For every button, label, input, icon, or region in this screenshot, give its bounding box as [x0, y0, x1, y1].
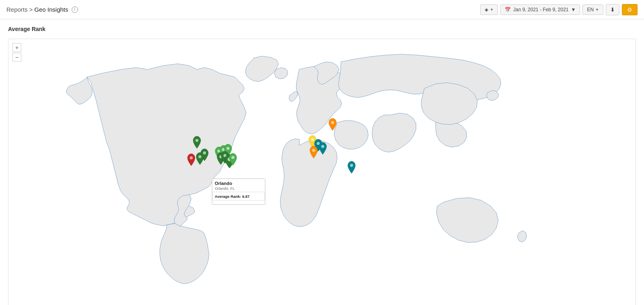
svg-text:Orlando, FL: Orlando, FL	[215, 186, 235, 191]
zoom-in-button[interactable]: +	[12, 43, 21, 52]
chevron-down-icon: ▼	[571, 7, 576, 12]
zoom-controls: + −	[12, 43, 21, 62]
date-range-label: Jan 9, 2021 - Feb 9, 2021	[513, 7, 568, 12]
download-button[interactable]: ⬇	[606, 4, 619, 15]
calendar-icon: 📅	[505, 7, 511, 12]
zoom-out-button[interactable]: −	[12, 53, 21, 62]
main-content: Average Rank + −	[0, 19, 644, 305]
chevron-down-icon: ▼	[490, 8, 493, 12]
cube-icon: ◈	[485, 7, 488, 12]
breadcrumb-separator: >	[29, 6, 33, 13]
map-container: + −	[8, 39, 636, 305]
breadcrumb-reports[interactable]: Reports	[6, 6, 28, 13]
svg-point-3	[198, 155, 202, 158]
header-controls: ◈ ▼ 📅 Jan 9, 2021 - Feb 9, 2021 ▼ EN ▼ ⬇…	[480, 4, 638, 15]
language-selector-button[interactable]: EN ▼	[582, 4, 603, 15]
svg-point-16	[312, 149, 316, 152]
svg-point-15	[321, 145, 324, 148]
svg-point-17	[350, 164, 353, 167]
svg-point-13	[311, 138, 314, 141]
settings-button[interactable]: ⚙	[622, 4, 638, 15]
info-icon[interactable]: i	[72, 6, 78, 13]
world-map: Orlando Orlando, FL Average Rank: 6.87	[8, 39, 636, 305]
date-range-button[interactable]: 📅 Jan 9, 2021 - Feb 9, 2021 ▼	[500, 4, 580, 15]
svg-point-14	[317, 142, 320, 145]
svg-point-11	[231, 156, 235, 159]
svg-point-4	[203, 151, 206, 155]
chevron-down-icon: ▼	[595, 8, 599, 12]
gear-icon: ⚙	[627, 6, 632, 13]
header: Reports > Geo Insights i ◈ ▼ 📅 Jan 9, 20…	[0, 0, 644, 19]
app-selector-button[interactable]: ◈ ▼	[480, 4, 498, 15]
download-icon: ⬇	[610, 6, 615, 13]
breadcrumb: Reports > Geo Insights i	[6, 6, 78, 13]
svg-text:Orlando: Orlando	[215, 181, 232, 186]
section-title: Average Rank	[8, 26, 636, 32]
map-tooltip-group: Orlando Orlando, FL Average Rank: 6.87	[212, 179, 265, 205]
breadcrumb-geo-insights: Geo Insights	[34, 6, 68, 13]
svg-point-7	[227, 147, 230, 150]
language-label: EN	[587, 7, 594, 12]
svg-text:Average Rank: 6.87: Average Rank: 6.87	[215, 194, 250, 199]
svg-point-12	[331, 121, 334, 124]
svg-point-1	[195, 139, 198, 142]
svg-point-2	[190, 156, 193, 160]
